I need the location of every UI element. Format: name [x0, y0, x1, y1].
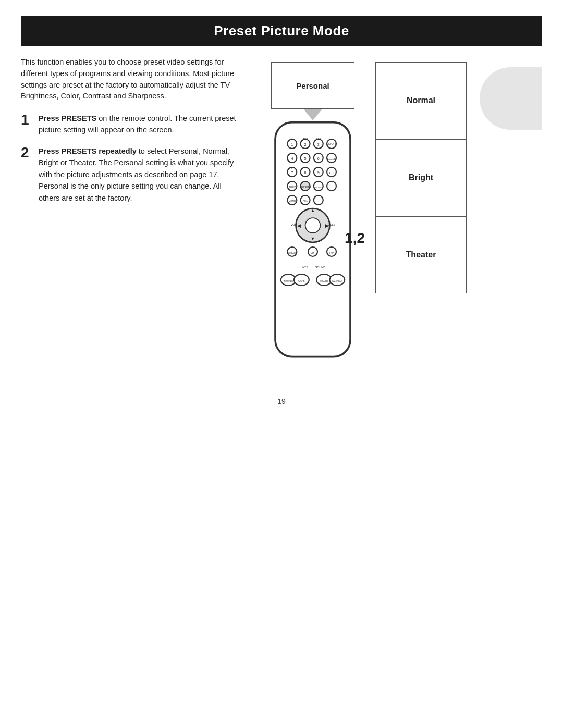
svg-text:2: 2	[304, 142, 307, 147]
personal-label: Personal	[296, 81, 329, 90]
theater-box: Theater	[375, 216, 467, 293]
svg-text:CC: CC	[329, 171, 334, 175]
svg-text:CALENDAR: CALENDAR	[332, 280, 342, 282]
svg-text:ON/OFF: ON/OFF	[326, 142, 337, 145]
svg-text:SLEEP: SLEEP	[327, 157, 336, 161]
svg-text:DEF: DEF	[316, 138, 321, 141]
svg-point-44	[305, 218, 321, 233]
svg-text:MENU: MENU	[289, 200, 296, 203]
svg-text:NOTEPAD: NOTEPAD	[284, 280, 293, 282]
svg-text:INSERT: INSERT	[320, 280, 328, 282]
svg-text:9: 9	[317, 170, 320, 175]
svg-text:ABC: ABC	[303, 138, 308, 141]
theater-label: Theater	[406, 250, 436, 260]
svg-text:TUV: TUV	[303, 167, 308, 169]
step-1: 1 Press PRESETS on the remote control. T…	[21, 113, 240, 136]
svg-text:CAPS: CAPS	[298, 280, 304, 282]
svg-text:VOL+: VOL+	[328, 223, 335, 226]
svg-text:WXYZ: WXYZ	[316, 167, 322, 169]
step-1-number: 1	[21, 113, 32, 127]
arrow-down-icon	[303, 109, 322, 120]
page-title: Preset Picture Mode	[31, 23, 532, 39]
page-number: 19	[0, 397, 563, 421]
svg-text:8: 8	[304, 170, 307, 175]
svg-text:5: 5	[304, 156, 307, 161]
preset-boxes-area: Normal Bright Theater	[375, 62, 542, 293]
personal-box: Personal	[271, 62, 354, 109]
svg-text:6: 6	[317, 156, 320, 161]
svg-text:◀: ◀	[297, 223, 301, 228]
svg-text:CH+: CH+	[303, 200, 308, 203]
content-area: This function enables you to choose pres…	[21, 57, 542, 366]
svg-text:4: 4	[291, 156, 293, 161]
remote-wrapper: Personal 1,2 1 2 3 ON/OFF	[255, 62, 370, 366]
svg-text:VOL-: VOL-	[291, 223, 298, 226]
svg-text:PQRS: PQRS	[289, 167, 295, 169]
svg-text:▼: ▼	[311, 236, 315, 241]
svg-text:NTS: NTS	[302, 266, 308, 269]
remote-control: 1,2 1 2 3 ON/OFF 1 ABC DEF	[266, 120, 360, 366]
svg-text:7: 7	[291, 170, 293, 175]
svg-point-42	[314, 195, 323, 205]
svg-text:FAV: FAV	[329, 252, 334, 254]
page-header: Preset Picture Mode	[21, 16, 542, 46]
svg-text:1: 1	[291, 142, 293, 147]
svg-text:PRESETS: PRESETS	[300, 186, 311, 189]
normal-box: Normal	[375, 62, 467, 139]
step-2-number: 2	[21, 145, 32, 160]
svg-text:SOUND: SOUND	[315, 266, 326, 269]
right-column: Personal 1,2 1 2 3 ON/OFF	[255, 57, 542, 366]
bright-box: Bright	[375, 139, 467, 216]
svg-text:GO BACK: GO BACK	[288, 252, 297, 254]
steps-list: 1 Press PRESETS on the remote control. T…	[21, 113, 240, 204]
svg-text:▲: ▲	[311, 208, 315, 213]
step-2-bold: Press PRESETS repeatedly	[39, 147, 137, 155]
svg-text:INPUT: INPUT	[289, 186, 296, 189]
step-1-text: Press PRESETS on the remote control. The…	[39, 113, 240, 136]
left-column: This function enables you to choose pres…	[21, 57, 245, 366]
step-2-text: Press PRESETS repeatedly to select Perso…	[39, 145, 240, 204]
intro-text: This function enables you to choose pres…	[21, 57, 240, 102]
step-2: 2 Press PRESETS repeatedly to select Per…	[21, 145, 240, 204]
normal-label: Normal	[407, 96, 435, 105]
svg-text:CH-: CH-	[311, 252, 315, 254]
step-1-bold: Press PRESETS	[39, 114, 96, 122]
bright-label: Bright	[409, 173, 433, 182]
arc-decoration	[480, 67, 542, 130]
number-label: 1,2	[345, 230, 365, 246]
svg-text:INFO/SET: INFO/SET	[314, 187, 323, 189]
svg-text:3: 3	[317, 142, 320, 147]
svg-point-37	[327, 181, 336, 191]
